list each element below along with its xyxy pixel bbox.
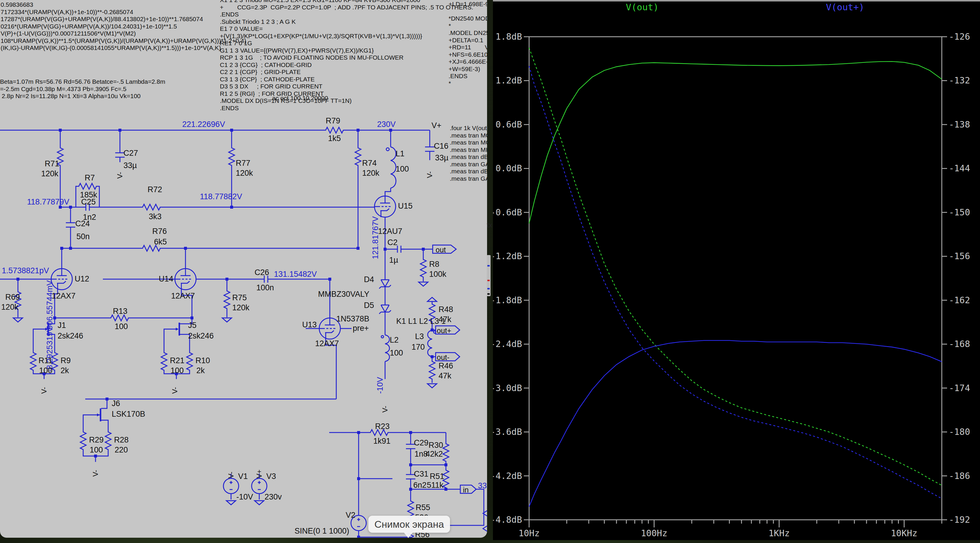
ground-icon — [255, 501, 264, 505]
component-label: -10V — [236, 492, 253, 502]
component-label: 47k — [439, 372, 452, 381]
component-label: 100 — [390, 348, 403, 357]
component-label: 170 — [412, 343, 425, 352]
component-label: 1N5378B — [336, 314, 369, 324]
component-label: in — [463, 486, 469, 494]
inductor-L2[interactable] — [381, 335, 390, 361]
waveform-trace-v-out-phase — [529, 48, 942, 486]
plot-area[interactable] — [493, 0, 980, 540]
component-label: V- — [116, 172, 124, 179]
sliver-mark-blue — [487, 265, 490, 267]
component-label: R29 — [89, 435, 104, 445]
component-label: AC 1 0 — [323, 537, 348, 538]
component-label: V- — [91, 470, 100, 476]
resistor-R10[interactable] — [187, 351, 192, 372]
component-label: V- — [426, 171, 434, 178]
axis-tick-label: -186 — [949, 471, 970, 481]
component-label: 6k5 — [154, 237, 167, 246]
component-label: R71 — [45, 159, 59, 168]
axis-tick-label: 100Hz — [641, 528, 667, 538]
resistor-R75[interactable] — [224, 289, 230, 310]
component-label: R7 — [85, 173, 95, 183]
component-label: V2 — [346, 511, 355, 520]
component-label: K1 L1 L2 L3 1 — [396, 317, 445, 326]
resistor-R7[interactable] — [77, 183, 98, 189]
component-label: C25 — [81, 197, 96, 206]
resistor-R30[interactable] — [443, 442, 449, 463]
component-label: R23 — [375, 422, 390, 431]
component-label: 12AX7 — [171, 292, 195, 300]
component-label: out — [436, 246, 446, 254]
component-label: U13 — [302, 320, 317, 329]
resistor-R29[interactable] — [80, 430, 86, 451]
waveform-trace-v-out+-phase — [529, 66, 942, 499]
netlist-block: +LD=1.698E-9 U *DN2540 MODEL * .MODEL DN… — [449, 1, 487, 87]
resistor-R72[interactable] — [141, 204, 162, 210]
screenshot-tooltip: Снимок экрана — [368, 516, 450, 533]
ltspice-schematic-window[interactable]: 0.59836683 7172334*(URAMP(V(A,K))+1e-10)… — [0, 0, 487, 538]
component-label: J6 — [112, 399, 120, 408]
resistor-R11[interactable] — [30, 351, 36, 372]
resistor-R74[interactable] — [355, 146, 361, 167]
vsource-V3[interactable] — [251, 478, 267, 494]
tube-U15[interactable] — [374, 196, 396, 217]
axis-tick-label: -126 — [949, 32, 970, 42]
legend-item-vout+[interactable]: V(out+) — [826, 2, 864, 12]
component-label: R13 — [113, 307, 127, 316]
vsource-V1[interactable] — [223, 478, 239, 494]
tube-U14[interactable] — [175, 268, 196, 290]
component-label: U15 — [398, 202, 413, 211]
ground-icon — [418, 282, 428, 286]
component-label: V3 — [266, 472, 276, 481]
component-label: 2sk246 — [57, 332, 83, 341]
component-label: V+ — [255, 470, 263, 478]
ltspice-waveform-window[interactable]: V(out)V(out+) 1.8dB1.2dB0.6dB0.0dB-0.6dB… — [493, 0, 980, 540]
node-voltage-label: 906.55744mV — [45, 280, 54, 330]
inductor-L3[interactable] — [428, 330, 436, 357]
zener-D4[interactable] — [379, 280, 391, 289]
component-label: 100 — [170, 366, 184, 375]
component-label: V- — [40, 387, 48, 394]
component-label: R75 — [232, 293, 247, 302]
component-label: J5 — [188, 321, 197, 330]
resistor-R46[interactable] — [429, 360, 435, 381]
component-label: J1 — [57, 321, 66, 330]
axis-tick-label: -162 — [949, 295, 970, 305]
component-label: 12AX7 — [52, 292, 76, 300]
zener-D5[interactable] — [379, 305, 391, 314]
ground-flipped-icon — [427, 297, 437, 302]
component-label: MMBZ30VALY — [318, 290, 369, 299]
component-label: R72 — [148, 185, 162, 194]
netlist-block: Beta=1.07m Rs=56.76 Rd=56.76 Betatce=-.5… — [0, 78, 165, 100]
component-label: 100 — [396, 165, 409, 174]
component-label: R28 — [114, 435, 129, 445]
axis-tick-label: -132 — [949, 75, 970, 86]
axis-tick-label: -180 — [949, 427, 970, 437]
axis-tick-label: -4.8dB — [493, 514, 522, 525]
legend-item-vout[interactable]: V(out) — [626, 2, 659, 12]
component-label: C16 — [434, 141, 449, 151]
component-label: 100k — [429, 270, 447, 279]
component-label: L1 — [396, 149, 404, 158]
component-label: 1k5 — [328, 134, 341, 143]
resistor-R21[interactable] — [161, 351, 167, 372]
axis-tick-label: -0.6dB — [493, 207, 522, 218]
inductor-L1[interactable] — [386, 147, 396, 188]
axis-tick-label: -2.4dB — [493, 339, 522, 349]
component-label: R77 — [236, 159, 250, 168]
resistor-R77[interactable] — [229, 146, 235, 167]
node-voltage-label: 1.5738821pV — [2, 266, 49, 275]
desktop: { "tooltip": {"text": "Снимок экрана"}, … — [0, 0, 980, 543]
sliver-mark-black — [487, 293, 490, 295]
component-label: V+ — [431, 121, 442, 130]
component-label: D4 — [364, 275, 374, 284]
resistor-R13[interactable] — [109, 315, 130, 321]
component-label: 33µ — [435, 153, 449, 162]
component-label: 1µ — [389, 256, 398, 265]
component-label: U14 — [159, 275, 173, 284]
component-label: R21 — [170, 356, 185, 365]
resistor-R28[interactable] — [105, 430, 111, 451]
resistor-R79[interactable] — [324, 127, 345, 133]
node-voltage-label: -10V — [375, 377, 385, 394]
resistor-R8[interactable] — [420, 258, 426, 279]
